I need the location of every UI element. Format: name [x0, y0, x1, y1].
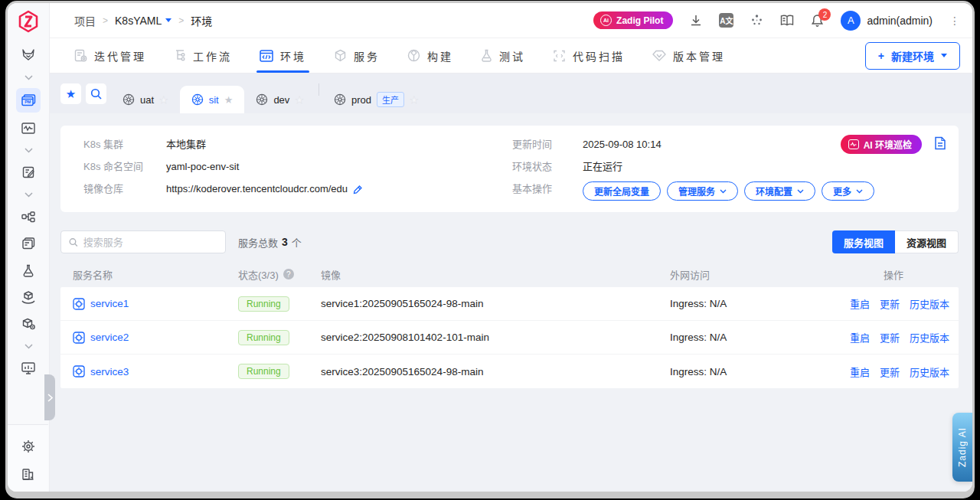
nav-item-workflow[interactable]: 工作流 — [174, 38, 232, 73]
nav-item-code-scan[interactable]: 代码扫描 — [553, 38, 625, 73]
more-actions-button[interactable]: 更多 — [822, 181, 874, 201]
ai-env-inspect-button[interactable]: AI 环境巡检 — [841, 135, 922, 154]
chevron-down-icon[interactable] — [16, 143, 41, 157]
nav-item-test[interactable]: 测试 — [481, 38, 525, 73]
sidebar-collapse-handle[interactable] — [44, 374, 55, 420]
new-environment-label: 新建环境 — [891, 48, 934, 64]
k8s-cluster-value: 本地集群 — [166, 137, 512, 152]
docs-book-icon[interactable] — [780, 15, 794, 26]
environment-icon — [260, 50, 273, 62]
dashboard-monitor-icon[interactable] — [16, 357, 41, 380]
service-view-tab[interactable]: 服务视图 — [832, 230, 895, 253]
zadig-pilot-button[interactable]: Ai Zadig Pilot — [593, 11, 673, 29]
breadcrumb-separator: > — [103, 15, 108, 26]
language-switch-icon[interactable]: A文 — [719, 13, 733, 28]
history-versions-link[interactable]: 历史版本 — [910, 364, 949, 379]
nav-item-build[interactable]: 构建 — [407, 38, 453, 73]
plus-icon: + — [878, 50, 884, 62]
environment-info-card: K8s 集群 本地集群 K8s 命名空间 yaml-poc-env-sit 镜像… — [60, 126, 959, 212]
sidebar-item-project-env-active[interactable]: PM — [16, 88, 41, 113]
column-access: 外网访问 — [670, 267, 828, 282]
version-box-icon[interactable] — [16, 312, 41, 335]
button-label: 更新全局变量 — [594, 185, 649, 198]
status-badge: Running — [238, 296, 289, 312]
zadig-ai-floating-tab[interactable]: Zadig AI — [952, 413, 972, 482]
history-versions-link[interactable]: 历史版本 — [910, 330, 949, 345]
ingress-value: Ingress: N/A — [670, 298, 828, 309]
breadcrumb-project-dropdown[interactable]: K8sYAML — [115, 15, 172, 27]
code-scan-icon — [553, 50, 566, 62]
settings-gear-icon[interactable] — [16, 435, 41, 458]
edit-pencil-icon[interactable] — [353, 185, 363, 194]
history-versions-link[interactable]: 历史版本 — [910, 296, 949, 311]
nav-item-service[interactable]: 服务 — [334, 38, 380, 73]
field-label: 环境状态 — [512, 159, 583, 175]
field-label: 镜像仓库 — [83, 181, 166, 197]
restart-link[interactable]: 重启 — [850, 296, 870, 311]
monitor-pulse-icon[interactable] — [16, 116, 41, 139]
delivery-box-icon[interactable] — [16, 286, 41, 309]
star-icon: ★ — [66, 88, 76, 100]
favorite-filter-button[interactable]: ★ — [60, 83, 81, 104]
env-tab-dev[interactable]: dev ★ — [244, 86, 315, 113]
nav-item-release[interactable]: 版本管理 — [652, 38, 725, 73]
new-environment-button[interactable]: + 新建环境 — [865, 42, 960, 70]
star-icon[interactable]: ★ — [159, 94, 168, 106]
env-config-button[interactable]: 环境配置 — [744, 181, 815, 201]
chevron-down-icon[interactable] — [16, 70, 41, 84]
service-name-link[interactable]: service1 — [90, 298, 129, 309]
nav-label: 环境 — [280, 48, 306, 64]
breadcrumb-section[interactable]: 项目 — [74, 13, 96, 28]
workflow-tree-icon[interactable] — [16, 205, 41, 228]
env-tab-uat[interactable]: uat ★ — [111, 86, 180, 113]
restart-link[interactable]: 重启 — [850, 330, 870, 345]
star-icon[interactable]: ★ — [224, 94, 234, 106]
download-icon[interactable] — [690, 15, 702, 27]
more-options-icon[interactable]: ⋮ — [949, 15, 960, 27]
services-table-header: 服务名称 状态(3/3) ? 镜像 外网访问 操作 — [60, 261, 959, 287]
service-name-link[interactable]: service2 — [90, 332, 129, 343]
sidebar: PM — [8, 3, 50, 492]
star-icon[interactable]: ★ — [295, 94, 304, 106]
chevron-down-icon[interactable] — [16, 339, 41, 353]
zadig-logo[interactable] — [8, 3, 49, 40]
env-tab-label: prod — [351, 94, 371, 106]
service-icon — [73, 332, 85, 344]
pilot-ai-icon: Ai — [600, 15, 612, 26]
pages-icon[interactable] — [16, 232, 41, 255]
service-name-link[interactable]: service3 — [90, 366, 129, 377]
service-search-input[interactable] — [83, 237, 217, 248]
search-environments-button[interactable] — [86, 83, 106, 104]
update-global-vars-button[interactable]: 更新全局变量 — [583, 181, 661, 201]
env-tab-sit-active[interactable]: sit ★ — [180, 86, 245, 113]
star-icon[interactable]: ★ — [410, 94, 419, 106]
user-menu[interactable]: A admin(admin) — [841, 11, 933, 31]
nav-item-iteration[interactable]: 迭代管理 — [74, 38, 146, 73]
apps-dots-icon[interactable] — [750, 14, 763, 27]
iteration-icon — [74, 49, 87, 62]
organization-building-icon[interactable] — [16, 462, 41, 485]
nav-item-environment-active[interactable]: 环境 — [260, 38, 306, 73]
kubernetes-icon — [122, 93, 135, 106]
ai-inspect-label: AI 环境巡检 — [864, 138, 912, 151]
restart-link[interactable]: 重启 — [850, 364, 870, 379]
update-link[interactable]: 更新 — [880, 296, 900, 311]
flask-icon[interactable] — [16, 259, 41, 282]
production-badge: 生产 — [377, 92, 404, 107]
table-row: service1 Running service1:20250905165024… — [60, 287, 959, 321]
notifications-bell-icon[interactable]: 2 — [811, 14, 824, 27]
ingress-value: Ingress: N/A — [670, 366, 828, 377]
env-tab-prod[interactable]: prod 生产 ★ — [322, 86, 430, 113]
notepad-edit-icon[interactable] — [16, 161, 41, 184]
resource-view-tab[interactable]: 资源视图 — [895, 230, 959, 253]
chevron-down-icon[interactable] — [16, 188, 41, 201]
update-link[interactable]: 更新 — [880, 330, 900, 345]
field-label: 基本操作 — [512, 181, 583, 201]
env-log-document-icon[interactable] — [934, 136, 946, 150]
service-search[interactable] — [60, 230, 226, 253]
pulse-icon — [848, 139, 859, 149]
fox-icon[interactable] — [16, 44, 41, 67]
help-icon[interactable]: ? — [283, 269, 294, 279]
update-link[interactable]: 更新 — [880, 364, 900, 379]
manage-services-button[interactable]: 管理服务 — [667, 181, 738, 201]
